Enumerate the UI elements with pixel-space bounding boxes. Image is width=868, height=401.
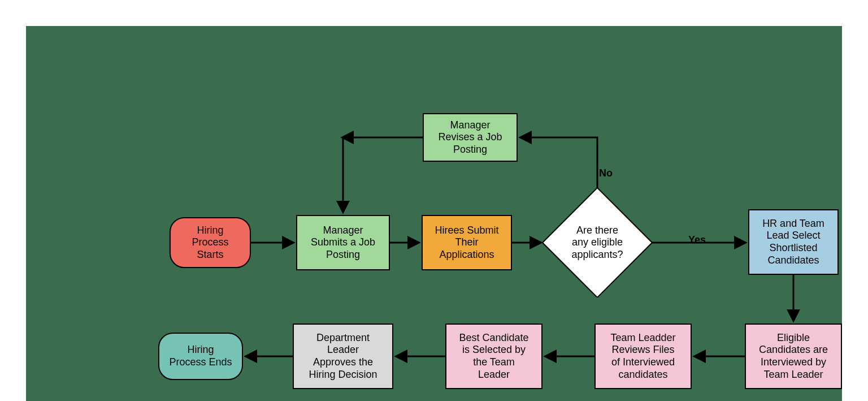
node-approve: Department Leader Approves the Hiring De…	[293, 324, 393, 389]
node-start-label: Hiring Process Starts	[192, 225, 228, 261]
edge-label-yes: Yes	[688, 234, 706, 246]
node-hirees-label: Hirees Submit Their Applications	[435, 225, 498, 261]
diagram-background	[26, 26, 842, 401]
node-revise-posting: Manager Revises a Job Posting	[423, 113, 518, 162]
edge-label-no: No	[599, 167, 613, 179]
node-submit-posting: Manager Submits a Job Posting	[296, 215, 390, 270]
node-interview-label: Eligible Candidates are Interviewed by T…	[759, 332, 828, 381]
node-shortlist: HR and Team Lead Select Shortlisted Cand…	[748, 209, 839, 275]
node-select-label: Best Candidate is Selected by the Team L…	[459, 332, 528, 381]
node-select: Best Candidate is Selected by the Team L…	[445, 324, 542, 389]
node-review-label: Team Leadder Reviews Files of Interviewe…	[610, 332, 675, 381]
node-approve-label: Department Leader Approves the Hiring De…	[309, 332, 377, 381]
node-end-label: Hiring Process Ends	[169, 344, 232, 368]
node-decision-label: Are there any eligible applicants?	[542, 188, 652, 297]
node-decision: Are there any eligible applicants?	[542, 188, 652, 297]
node-shortlist-label: HR and Team Lead Select Shortlisted Cand…	[762, 218, 824, 266]
node-hirees-submit: Hirees Submit Their Applications	[422, 215, 512, 270]
node-interview: Eligible Candidates are Interviewed by T…	[745, 324, 842, 389]
node-end: Hiring Process Ends	[158, 333, 243, 380]
node-review: Team Leadder Reviews Files of Interviewe…	[594, 324, 692, 389]
node-revise-label: Manager Revises a Job Posting	[438, 119, 502, 156]
node-start: Hiring Process Starts	[170, 217, 251, 268]
node-submit-label: Manager Submits a Job Posting	[311, 225, 375, 261]
